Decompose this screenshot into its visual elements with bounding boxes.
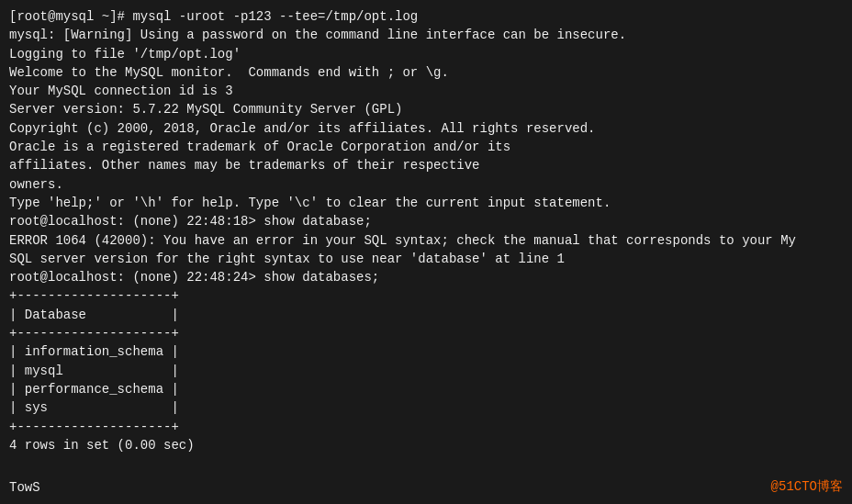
terminal-line: Welcome to the MySQL monitor. Commands e… bbox=[9, 63, 843, 82]
terminal-line: Server version: 5.7.22 MySQL Community S… bbox=[9, 100, 843, 118]
terminal-line: mysql: [Warning] Using a password on the… bbox=[9, 26, 843, 44]
terminal-line: +--------------------+ bbox=[9, 324, 843, 342]
terminal-line: root@localhost: (none) 22:48:18> show da… bbox=[9, 212, 843, 230]
watermark: @51CTO博客 bbox=[771, 478, 843, 495]
terminal-line: +--------------------+ bbox=[9, 286, 843, 305]
terminal-line: Logging to file '/tmp/opt.log' bbox=[9, 45, 843, 63]
terminal-line: [root@mysql ~]# mysql -uroot -p123 --tee… bbox=[9, 7, 843, 26]
terminal-line: Your MySQL connection id is 3 bbox=[9, 82, 843, 100]
terminal-line: SQL server version for the right syntax … bbox=[9, 250, 843, 268]
terminal-content: [root@mysql ~]# mysql -uroot -p123 --tee… bbox=[9, 7, 843, 454]
terminal-line: +--------------------+ bbox=[9, 418, 843, 436]
terminal-line: | information_schema | bbox=[9, 342, 843, 361]
bottom-left-text: TowS bbox=[9, 480, 40, 495]
terminal-line: Oracle is a registered trademark of Orac… bbox=[9, 138, 843, 156]
terminal-line: ERROR 1064 (42000): You have an error in… bbox=[9, 231, 843, 250]
terminal-line: | performance_schema | bbox=[9, 380, 843, 398]
terminal-line: 4 rows in set (0.00 sec) bbox=[9, 436, 843, 454]
terminal-line: | sys | bbox=[9, 398, 843, 417]
terminal-line: owners. bbox=[9, 175, 843, 194]
terminal-line: affiliates. Other names may be trademark… bbox=[9, 156, 843, 174]
terminal-line: | Database | bbox=[9, 306, 843, 324]
terminal-line: Copyright (c) 2000, 2018, Oracle and/or … bbox=[9, 119, 843, 138]
terminal: [root@mysql ~]# mysql -uroot -p123 --tee… bbox=[0, 0, 852, 504]
terminal-line: Type 'help;' or '\h' for help. Type '\c'… bbox=[9, 194, 843, 212]
terminal-line: root@localhost: (none) 22:48:24> show da… bbox=[9, 268, 843, 286]
terminal-line: | mysql | bbox=[9, 362, 843, 380]
